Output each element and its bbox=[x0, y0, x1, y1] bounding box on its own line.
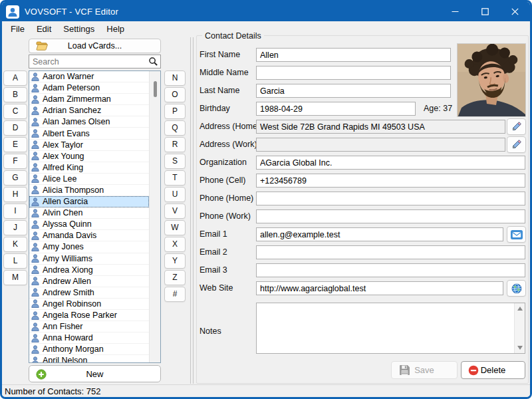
contact-list-item[interactable]: Amy Jones bbox=[29, 241, 149, 253]
contact-photo[interactable] bbox=[457, 43, 526, 117]
contact-list-item[interactable]: Andrea Xiong bbox=[29, 265, 149, 276]
contact-name: Angela Rose Parker bbox=[43, 311, 117, 320]
alpha-letter-button[interactable]: I bbox=[3, 203, 27, 219]
contact-list-item[interactable]: Amy Williams bbox=[29, 253, 149, 265]
menu-item[interactable]: Help bbox=[100, 22, 130, 36]
alpha-letter-button[interactable]: M bbox=[3, 270, 27, 285]
maximize-button[interactable] bbox=[470, 2, 500, 21]
search-input[interactable] bbox=[29, 55, 161, 68]
organization-input[interactable] bbox=[256, 156, 525, 170]
delete-button[interactable]: Delete bbox=[461, 361, 525, 379]
alpha-letter-button[interactable]: T bbox=[164, 170, 186, 186]
alpha-letter-button[interactable]: F bbox=[3, 154, 27, 169]
address-work-input[interactable] bbox=[256, 138, 505, 152]
alpha-letter-button[interactable]: X bbox=[164, 237, 186, 252]
contact-list-item[interactable]: Ann Fisher bbox=[29, 321, 149, 332]
contact-list-item[interactable]: Albert Evans bbox=[29, 128, 149, 139]
contact-list-item[interactable]: Anthony Morgan bbox=[29, 344, 149, 355]
alpha-letter-button[interactable]: G bbox=[3, 170, 27, 186]
alpha-letter-button[interactable]: W bbox=[164, 220, 186, 235]
alpha-letter-button[interactable]: S bbox=[164, 154, 186, 169]
contact-list-item[interactable]: Adam Zimmerman bbox=[29, 94, 149, 105]
floppy-disk-icon bbox=[399, 364, 410, 378]
address-home-input[interactable] bbox=[256, 120, 505, 134]
alpha-letter-button[interactable]: O bbox=[164, 87, 186, 102]
contact-list-item[interactable]: Alice Lee bbox=[29, 174, 149, 185]
close-button[interactable] bbox=[500, 2, 530, 21]
alpha-letter-button[interactable]: E bbox=[3, 137, 27, 152]
scrollbar-thumb[interactable] bbox=[154, 81, 157, 97]
search-icon[interactable] bbox=[148, 57, 158, 69]
minimize-button[interactable] bbox=[440, 2, 470, 21]
scroll-up-arrow-icon[interactable] bbox=[517, 307, 523, 311]
alpha-letter-button[interactable]: V bbox=[164, 203, 186, 219]
send-email-button[interactable] bbox=[507, 226, 526, 243]
alpha-letter-button[interactable]: L bbox=[3, 253, 27, 269]
contact-list-item[interactable]: Anna Howard bbox=[29, 332, 149, 344]
alpha-letter-button[interactable]: Q bbox=[164, 120, 186, 136]
phone-home-input[interactable] bbox=[256, 192, 525, 205]
contact-list-item[interactable]: Alvin Chen bbox=[29, 207, 149, 219]
contact-list-item[interactable]: Alex Taylor bbox=[29, 140, 149, 151]
edit-address-work-button[interactable] bbox=[507, 136, 526, 153]
alpha-letter-button[interactable]: U bbox=[164, 187, 186, 202]
menu-item[interactable]: File bbox=[5, 22, 31, 36]
new-contact-button[interactable]: New bbox=[29, 365, 161, 382]
email3-input[interactable] bbox=[256, 263, 525, 277]
open-website-button[interactable] bbox=[507, 280, 526, 297]
contact-list-item[interactable]: Allen Garcia bbox=[29, 196, 149, 207]
contact-list-item[interactable]: Alan James Olsen bbox=[29, 116, 149, 128]
titlebar: VOVSOFT - VCF Editor bbox=[2, 2, 530, 21]
alpha-letter-button[interactable]: # bbox=[164, 287, 186, 302]
contact-list-scrollbar[interactable] bbox=[149, 71, 160, 362]
contact-list-item[interactable]: Adam Peterson bbox=[29, 82, 149, 94]
load-vcards-button[interactable]: Load vCards... bbox=[29, 39, 161, 53]
contact-name: Alvin Chen bbox=[43, 208, 82, 217]
email2-input[interactable] bbox=[256, 245, 525, 259]
phone-work-input[interactable] bbox=[256, 209, 525, 223]
alpha-letter-button[interactable]: B bbox=[3, 87, 27, 102]
person-icon bbox=[31, 334, 39, 342]
alpha-letter-button[interactable]: P bbox=[164, 104, 186, 119]
alpha-letter-button[interactable]: Y bbox=[164, 253, 186, 269]
alpha-letter-button[interactable]: K bbox=[3, 237, 27, 252]
alpha-letter-button[interactable]: J bbox=[3, 220, 27, 235]
scroll-down-arrow-icon[interactable] bbox=[517, 346, 523, 350]
contact-list-item[interactable]: Angel Robinson bbox=[29, 299, 149, 310]
alpha-letter-button[interactable]: N bbox=[164, 70, 186, 86]
middle-name-input[interactable] bbox=[256, 66, 451, 80]
contact-list-item[interactable]: Andrew Allen bbox=[29, 276, 149, 287]
phone-cell-input[interactable] bbox=[256, 174, 525, 188]
contact-list-item[interactable]: Aaron Warner bbox=[29, 71, 149, 82]
alpha-letter-button[interactable]: A bbox=[3, 70, 27, 86]
contact-list-item[interactable]: Amanda Davis bbox=[29, 230, 149, 241]
contact-list-item[interactable]: Alyssa Quinn bbox=[29, 219, 149, 230]
contact-list-item[interactable]: Adrian Sanchez bbox=[29, 105, 149, 116]
alpha-letter-button[interactable]: R bbox=[164, 137, 186, 152]
contact-list-item[interactable]: Alicia Thompson bbox=[29, 185, 149, 196]
notes-scrollbar[interactable] bbox=[514, 303, 525, 353]
edit-address-home-button[interactable] bbox=[507, 118, 526, 135]
notes-textarea[interactable] bbox=[256, 303, 525, 354]
contact-list-item[interactable]: Alfred King bbox=[29, 162, 149, 174]
contact-list-item[interactable]: April Nelson bbox=[29, 355, 149, 362]
alpha-letter-button[interactable]: C bbox=[3, 104, 27, 119]
website-input[interactable] bbox=[256, 281, 503, 295]
menu-item[interactable]: Edit bbox=[31, 22, 57, 36]
contact-name: Andrea Xiong bbox=[43, 265, 93, 275]
last-name-input[interactable] bbox=[256, 84, 451, 98]
email1-input[interactable] bbox=[256, 227, 503, 241]
first-name-input[interactable] bbox=[256, 48, 451, 62]
contact-list-item[interactable]: Alex Young bbox=[29, 151, 149, 162]
contact-name: Albert Evans bbox=[43, 129, 90, 138]
contact-list-item[interactable]: Andrew Smith bbox=[29, 287, 149, 299]
birthday-input[interactable] bbox=[256, 102, 416, 116]
alpha-letter-button[interactable]: Z bbox=[164, 270, 186, 285]
save-button[interactable]: Save bbox=[391, 361, 458, 379]
search-box bbox=[29, 55, 161, 68]
alpha-letter-button[interactable]: D bbox=[3, 120, 27, 136]
contact-list-item[interactable]: Angela Rose Parker bbox=[29, 310, 149, 321]
panel-splitter[interactable] bbox=[190, 37, 194, 384]
alpha-letter-button[interactable]: H bbox=[3, 187, 27, 202]
menu-item[interactable]: Settings bbox=[57, 22, 100, 36]
